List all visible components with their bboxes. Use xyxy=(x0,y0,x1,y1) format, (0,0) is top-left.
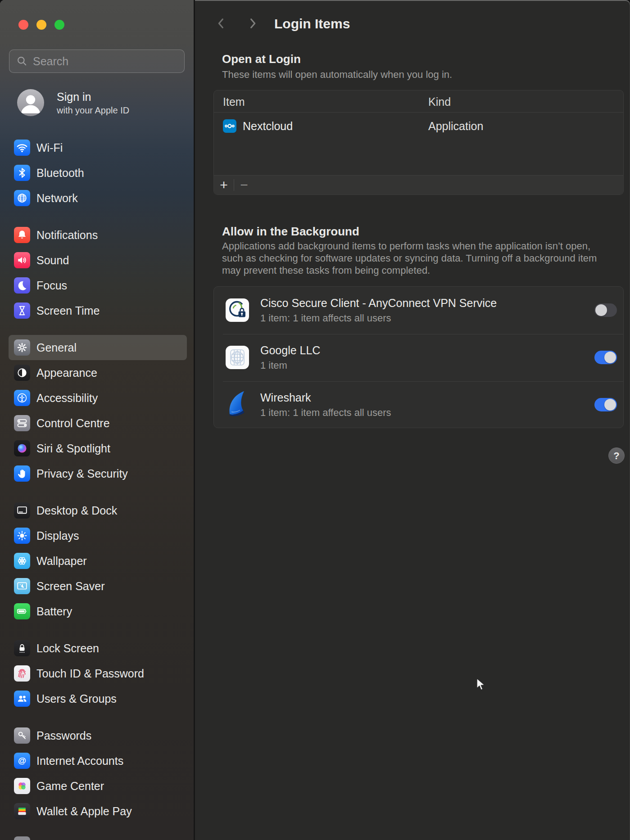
screensaver-icon xyxy=(14,578,30,594)
sidebar-item-label: Screen Time xyxy=(36,304,100,317)
sidebar-item-partial-icon xyxy=(14,836,30,840)
sidebar-item-label: Wallpaper xyxy=(36,555,87,568)
background-item-subtitle: 1 item xyxy=(260,360,287,371)
chevron-left-icon xyxy=(214,16,228,31)
flower-icon xyxy=(14,553,30,569)
sidebar-item-appearance[interactable]: Appearance xyxy=(9,360,187,385)
sidebar-item-control-centre[interactable]: Control Centre xyxy=(9,411,187,436)
sidebar-item-label: Game Center xyxy=(36,780,104,793)
sidebar-item-siri-spotlight[interactable]: Siri & Spotlight xyxy=(9,436,187,461)
desktop-icon xyxy=(14,502,30,519)
minimize-button[interactable] xyxy=(36,20,46,30)
search-placeholder: Search xyxy=(33,55,68,68)
open-at-login-description: These items will open automatically when… xyxy=(222,68,452,81)
background-items-card: Cisco Secure Client - AnyConnect VPN Ser… xyxy=(213,286,624,428)
column-header-item: Item xyxy=(223,95,245,108)
sidebar-item-network[interactable]: Network xyxy=(9,185,187,211)
background-item-row-google: Google LLC 1 item xyxy=(214,334,623,381)
sidebar-item-label: Focus xyxy=(36,279,67,292)
speaker-icon xyxy=(14,252,30,268)
sidebar-item-label: Wi-Fi xyxy=(36,141,63,154)
svg-text:@: @ xyxy=(18,756,26,765)
wallet-icon xyxy=(14,803,30,819)
sidebar-item-wallpaper[interactable]: Wallpaper xyxy=(9,548,187,574)
sidebar-item-displays[interactable]: Displays xyxy=(9,523,187,548)
background-item-subtitle: 1 item: 1 item affects all users xyxy=(260,312,391,324)
toggle-knob xyxy=(595,304,607,316)
cisco-secure-client-icon xyxy=(226,298,249,322)
sidebar-item-users-groups[interactable]: Users & Groups xyxy=(9,686,187,711)
sidebar-item-label: Appearance xyxy=(36,366,97,379)
sidebar-item-bluetooth[interactable]: Bluetooth xyxy=(9,160,187,185)
background-item-row-cisco: Cisco Secure Client - AnyConnect VPN Ser… xyxy=(214,287,623,334)
sidebar-item-accessibility[interactable]: Accessibility xyxy=(9,385,187,411)
sidebar-item-game-center[interactable]: Game Center xyxy=(9,773,187,799)
sidebar-item-sound[interactable]: Sound xyxy=(9,248,187,273)
sidebar-item-general[interactable]: General xyxy=(9,335,187,360)
sidebar-item-lock-screen[interactable]: Lock Screen xyxy=(9,636,187,661)
wifi-icon xyxy=(14,140,30,156)
sidebar-item-battery[interactable]: Battery xyxy=(9,599,187,624)
table-header: Item Kind xyxy=(214,90,623,113)
help-button[interactable]: ? xyxy=(608,447,625,464)
sidebar-item-notifications[interactable]: Notifications xyxy=(9,222,187,248)
open-at-login-heading: Open at Login xyxy=(222,52,301,66)
login-items-pane: Login Items Open at Login These items wi… xyxy=(195,0,630,840)
login-item-kind: Application xyxy=(428,120,483,133)
sidebar-item-label: Users & Groups xyxy=(36,692,117,705)
allow-background-description: Applications add background items to per… xyxy=(222,240,605,276)
forward-button[interactable] xyxy=(245,16,260,31)
remove-login-item-button[interactable]: − xyxy=(234,176,254,194)
siri-icon xyxy=(14,440,30,456)
background-item-title: Google LLC xyxy=(260,344,320,357)
nextcloud-icon xyxy=(223,119,236,133)
sidebar-item-privacy-security[interactable]: Privacy & Security xyxy=(9,461,187,486)
toggle-knob xyxy=(604,352,616,363)
bluetooth-icon xyxy=(14,165,30,181)
background-item-title: Wireshark xyxy=(260,391,311,404)
sidebar-item-internet-accounts[interactable]: @Internet Accounts xyxy=(9,748,187,773)
sidebar-item-label: Screen Saver xyxy=(36,580,104,593)
sidebar-item-desktop-dock[interactable]: Desktop & Dock xyxy=(9,498,187,523)
sidebar-item-focus[interactable]: Focus xyxy=(9,273,187,298)
wireshark-toggle[interactable] xyxy=(594,398,617,411)
sidebar-item-label: Network xyxy=(36,192,78,205)
sidebar-item-label: Internet Accounts xyxy=(36,754,123,768)
sidebar-item-screen-saver[interactable]: Screen Saver xyxy=(9,574,187,599)
window-controls xyxy=(18,20,64,30)
google-toggle[interactable] xyxy=(594,351,617,364)
search-icon xyxy=(16,55,28,67)
background-item-title: Cisco Secure Client - AnyConnect VPN Ser… xyxy=(260,297,497,310)
table-row[interactable]: Nextcloud Application xyxy=(214,112,623,140)
add-login-item-button[interactable]: + xyxy=(214,176,234,194)
open-at-login-table: Item Kind Nextcloud Application xyxy=(213,90,624,195)
gear-icon xyxy=(14,339,30,356)
accessibility-icon xyxy=(14,390,30,406)
apple-id-sign-in[interactable]: Sign in with your Apple ID xyxy=(17,89,129,116)
sidebar-group: Desktop & DockDisplaysWallpaperScreen Sa… xyxy=(0,498,194,624)
sidebar-item-wi-fi[interactable]: Wi-Fi xyxy=(9,135,187,160)
close-button[interactable] xyxy=(18,20,28,30)
controlcentre-icon xyxy=(14,415,30,431)
background-item-subtitle: 1 item: 1 item affects all users xyxy=(260,407,391,419)
sidebar-item-label: Sound xyxy=(36,254,69,267)
sign-in-title: Sign in xyxy=(57,90,129,104)
table-footer: + − xyxy=(214,175,623,194)
gamecenter-icon xyxy=(14,778,30,794)
search-input[interactable]: Search xyxy=(9,50,185,73)
toggle-knob xyxy=(604,399,616,411)
hand-icon xyxy=(14,465,30,482)
sign-in-subtitle: with your Apple ID xyxy=(57,105,129,116)
sidebar-item-screen-time[interactable]: Screen Time xyxy=(9,298,187,323)
sidebar-item-label: Touch ID & Password xyxy=(36,667,144,680)
sidebar-item-label: Control Centre xyxy=(36,417,110,430)
back-button[interactable] xyxy=(214,16,228,31)
cisco-toggle[interactable] xyxy=(594,303,617,317)
sidebar-item-wallet-apple-pay[interactable]: Wallet & Apple Pay xyxy=(9,799,187,824)
sidebar-item-label: Wallet & Apple Pay xyxy=(36,805,132,818)
sidebar-item-passwords[interactable]: Passwords xyxy=(9,723,187,748)
sidebar-item-touch-id-password[interactable]: Touch ID & Password xyxy=(9,661,187,686)
sidebar-item-label: Bluetooth xyxy=(36,167,84,180)
zoom-button[interactable] xyxy=(54,20,64,30)
lock-icon xyxy=(14,640,30,656)
